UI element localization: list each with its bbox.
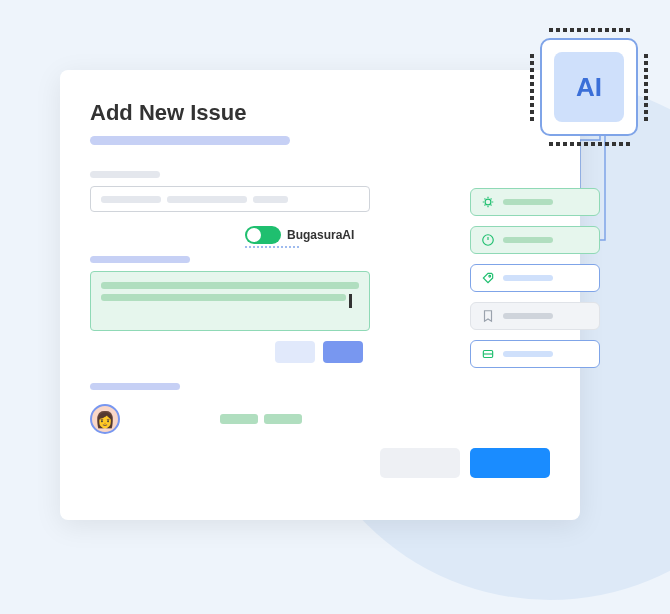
description-textarea[interactable] (90, 271, 370, 331)
ai-suggestions (470, 188, 600, 368)
page-title: Add New Issue (90, 100, 550, 126)
ai-toggle-label: BugasuraAI (287, 228, 354, 242)
tag-icon (481, 271, 495, 285)
card-icon (481, 347, 495, 361)
cancel-button[interactable] (380, 448, 460, 478)
secondary-small-button[interactable] (275, 341, 315, 363)
alert-icon (481, 233, 495, 247)
suggestion-bookmark[interactable] (470, 302, 600, 330)
suggestion-tag[interactable] (470, 264, 600, 292)
suggestion-bug[interactable] (470, 188, 600, 216)
section-label (90, 383, 180, 390)
ai-toggle[interactable] (245, 226, 281, 244)
bookmark-icon (481, 309, 495, 323)
field-label-2 (90, 256, 190, 263)
submit-button[interactable] (470, 448, 550, 478)
title-underline (90, 136, 290, 145)
ai-chip-label: AI (576, 72, 602, 103)
suggestion-alert[interactable] (470, 226, 600, 254)
svg-point-0 (485, 199, 491, 205)
primary-small-button[interactable] (323, 341, 363, 363)
suggestion-card[interactable] (470, 340, 600, 368)
text-cursor (349, 294, 352, 308)
tag-chips (220, 414, 302, 424)
field-label-1 (90, 171, 160, 178)
avatar[interactable]: 👩 (90, 404, 120, 434)
ai-chip: AI (530, 28, 648, 146)
bug-icon (481, 195, 495, 209)
title-input[interactable] (90, 186, 370, 212)
svg-point-2 (489, 275, 491, 277)
